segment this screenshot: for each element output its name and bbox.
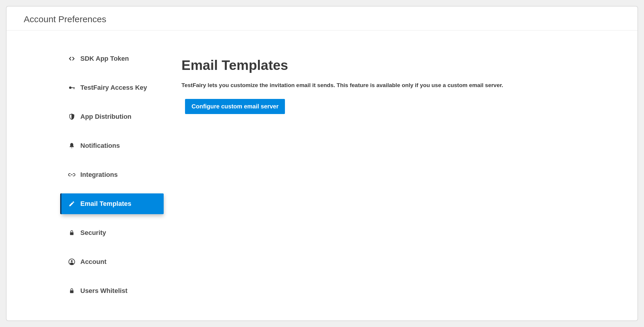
svg-rect-2 (74, 87, 74, 89)
bell-icon (68, 142, 76, 150)
sidebar-item-integrations[interactable]: Integrations (61, 164, 164, 185)
sidebar-item-account[interactable]: Account (61, 251, 164, 272)
sidebar-item-sdk-app-token[interactable]: SDK App Token (61, 48, 164, 69)
pencil-icon (68, 200, 76, 208)
key-icon (68, 84, 76, 92)
sidebar-item-email-templates[interactable]: Email Templates (61, 193, 164, 214)
sidebar-item-users-whitelist[interactable]: Users Whitelist (61, 280, 164, 301)
svg-point-5 (71, 260, 73, 262)
sidebar-item-label: Integrations (80, 171, 118, 179)
code-icon (68, 55, 76, 62)
configure-email-server-button[interactable]: Configure custom email server (185, 99, 285, 114)
sidebar-item-label: Email Templates (80, 200, 131, 208)
shield-icon (68, 113, 76, 121)
sidebar-item-security[interactable]: Security (61, 222, 164, 243)
sidebar-item-label: SDK App Token (80, 55, 129, 62)
sidebar-item-label: App Distribution (80, 113, 131, 121)
header: Account Preferences (7, 7, 637, 31)
person-circle-icon (68, 258, 76, 266)
sidebar-item-app-distribution[interactable]: App Distribution (61, 106, 164, 127)
body: SDK App Token TestFairy Access Key App D… (7, 31, 637, 320)
page-title: Account Preferences (24, 14, 620, 24)
sidebar-item-access-key[interactable]: TestFairy Access Key (61, 77, 164, 98)
content-description: TestFairy lets you customize the invitat… (181, 81, 614, 89)
svg-rect-3 (70, 232, 74, 235)
sidebar-item-label: Account (80, 258, 106, 266)
sidebar-item-label: TestFairy Access Key (80, 84, 147, 92)
sidebar-item-notifications[interactable]: Notifications (61, 135, 164, 156)
content: Email Templates TestFairy lets you custo… (164, 48, 637, 320)
svg-point-0 (69, 86, 71, 89)
lock-icon (68, 287, 76, 295)
sidebar-item-label: Notifications (80, 142, 120, 150)
link-icon (68, 171, 76, 179)
lock-icon (68, 229, 76, 237)
svg-rect-6 (70, 290, 74, 293)
content-title: Email Templates (181, 57, 614, 73)
sidebar: SDK App Token TestFairy Access Key App D… (7, 48, 164, 320)
sidebar-item-label: Security (80, 229, 106, 237)
sidebar-item-label: Users Whitelist (80, 287, 127, 295)
preferences-window: Account Preferences SDK App Token TestFa… (6, 6, 638, 321)
